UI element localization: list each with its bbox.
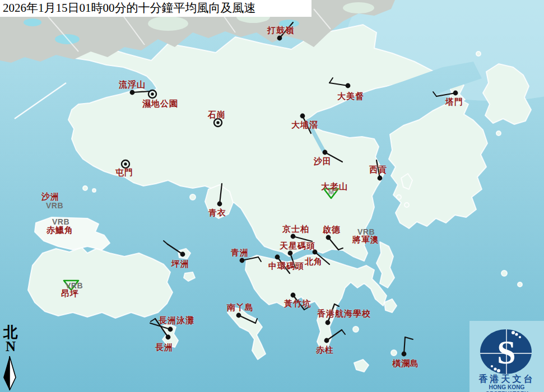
station-dot-wong-chuk-hang	[291, 293, 296, 298]
station-dot-central-pier	[275, 255, 280, 260]
station-dot-tsing-yi	[217, 202, 222, 207]
land-ma-wan	[190, 194, 196, 200]
land-islet	[404, 203, 409, 207]
station-dot-kings-park	[291, 234, 296, 239]
station-dot-tai-mei-tuk	[346, 83, 351, 88]
land-sha-chau-islet	[83, 186, 87, 190]
page-title: 2026年1月15日01時00分的十分鐘平均風向及風速	[0, 0, 311, 17]
station-dot-star-ferry	[288, 251, 293, 256]
station-dot-sai-kung	[378, 176, 383, 181]
station-dot-tai-po-kau	[300, 114, 305, 119]
urban-pond	[24, 18, 41, 26]
north-label-zh: 北	[1, 325, 20, 340]
north-label-en: N	[1, 340, 20, 353]
station-dot-lamma-island	[236, 313, 241, 318]
station-dot-peng-chau	[180, 252, 185, 257]
station-dot-north-point	[313, 250, 318, 255]
calm-dot-wetland-park	[151, 92, 154, 95]
station-dot-kai-tak	[326, 235, 331, 240]
station-dot-cheung-chau	[166, 335, 171, 340]
logo-name-en: HONG KONG OBSERVATORY	[471, 384, 543, 392]
land-lantau	[28, 248, 173, 318]
calm-dot-tuen-mun	[124, 162, 127, 165]
station-dot-cheung-chau-beach	[168, 327, 173, 332]
land-islet	[353, 326, 359, 332]
station-dot-sha-tin	[323, 150, 328, 155]
urban-hill	[343, 2, 374, 13]
logo-s-swirl: S	[497, 334, 515, 371]
hong-kong-map: M	[0, 0, 544, 392]
land-sha-chau-islet	[92, 189, 96, 192]
station-dot-tap-mun	[453, 91, 458, 96]
station-dot-green-island	[240, 258, 245, 263]
urban-hill	[148, 16, 188, 31]
land-islet	[496, 131, 501, 136]
land-islet	[476, 52, 481, 56]
hko-logo: S 香港天文台 HONG KONG OBSERVATORY	[469, 321, 544, 392]
land-waglan	[391, 350, 397, 356]
calm-dot-shek-kong	[216, 121, 219, 124]
station-dot-ta-kwu-ling	[277, 36, 282, 41]
north-indicator: 北 N	[1, 325, 20, 353]
wind-map-page: M 打鼓嶺流浮山濕地公園石崗大美督塔門大埔滘沙田西貢屯門VRB沙洲VRB赤鱲角青…	[0, 0, 544, 392]
station-dot-lau-fau-shan	[130, 90, 135, 95]
station-dot-waglan-island	[402, 352, 407, 357]
station-dot-stanley	[324, 338, 329, 343]
station-dot-hk-sea-school	[326, 320, 331, 325]
land-islet	[518, 282, 522, 287]
land-islet	[501, 270, 507, 276]
land-islet	[397, 195, 401, 199]
mountain-m-tates-cairn: M	[328, 188, 334, 196]
